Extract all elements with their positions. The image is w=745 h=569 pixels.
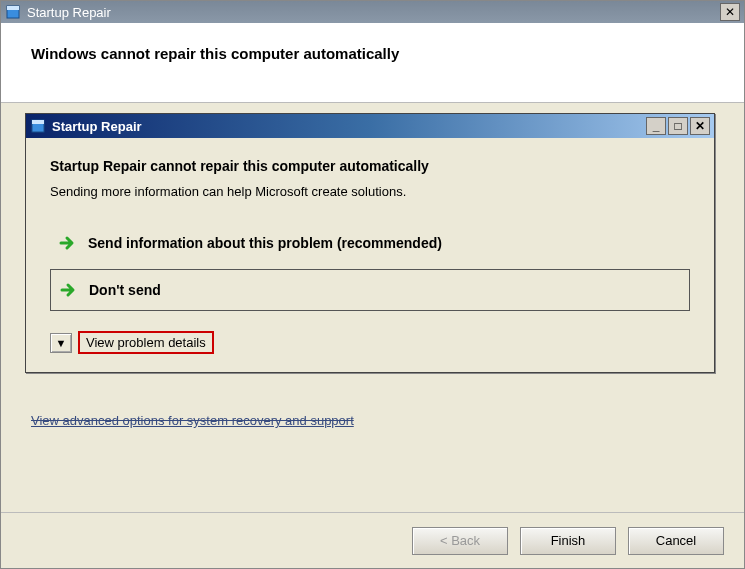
option-dont-send-label: Don't send xyxy=(89,282,161,298)
back-button: < Back xyxy=(412,527,508,555)
inner-content: Startup Repair cannot repair this comput… xyxy=(26,138,714,372)
outer-heading: Windows cannot repair this computer auto… xyxy=(31,45,714,62)
expand-details-button[interactable]: ▼ xyxy=(50,333,72,353)
inner-window-title: Startup Repair xyxy=(52,119,644,134)
outer-window-title: Startup Repair xyxy=(27,5,718,20)
startup-repair-icon xyxy=(5,4,21,20)
wizard-footer: < Back Finish Cancel xyxy=(1,512,744,568)
cancel-button[interactable]: Cancel xyxy=(628,527,724,555)
view-problem-details-link[interactable]: View problem details xyxy=(78,331,214,354)
inner-minimize-button[interactable]: _ xyxy=(646,117,666,135)
arrow-right-icon xyxy=(58,233,78,253)
inner-titlebar: Startup Repair _ □ ✕ xyxy=(26,114,714,138)
outer-header-panel: Windows cannot repair this computer auto… xyxy=(1,23,744,103)
option-send-label: Send information about this problem (rec… xyxy=(88,235,442,251)
outer-close-button[interactable]: ✕ xyxy=(720,3,740,21)
inner-maximize-button[interactable]: □ xyxy=(668,117,688,135)
option-dont-send[interactable]: Don't send xyxy=(50,269,690,311)
arrow-right-icon xyxy=(59,280,79,300)
outer-body: Startup Repair _ □ ✕ Startup Repair cann… xyxy=(1,103,744,512)
startup-repair-outer-window: Startup Repair ✕ Windows cannot repair t… xyxy=(0,0,745,569)
startup-repair-icon xyxy=(30,118,46,134)
advanced-options-link[interactable]: View advanced options for system recover… xyxy=(31,413,391,428)
finish-button[interactable]: Finish xyxy=(520,527,616,555)
svg-rect-1 xyxy=(7,6,19,10)
inner-close-button[interactable]: ✕ xyxy=(690,117,710,135)
inner-heading: Startup Repair cannot repair this comput… xyxy=(50,158,690,174)
svg-rect-3 xyxy=(32,120,44,124)
inner-subtext: Sending more information can help Micros… xyxy=(50,184,690,199)
option-send-information[interactable]: Send information about this problem (rec… xyxy=(50,223,690,263)
inner-dialog: Startup Repair _ □ ✕ Startup Repair cann… xyxy=(25,113,715,373)
outer-titlebar: Startup Repair ✕ xyxy=(1,1,744,23)
problem-details-row: ▼ View problem details xyxy=(50,331,690,354)
